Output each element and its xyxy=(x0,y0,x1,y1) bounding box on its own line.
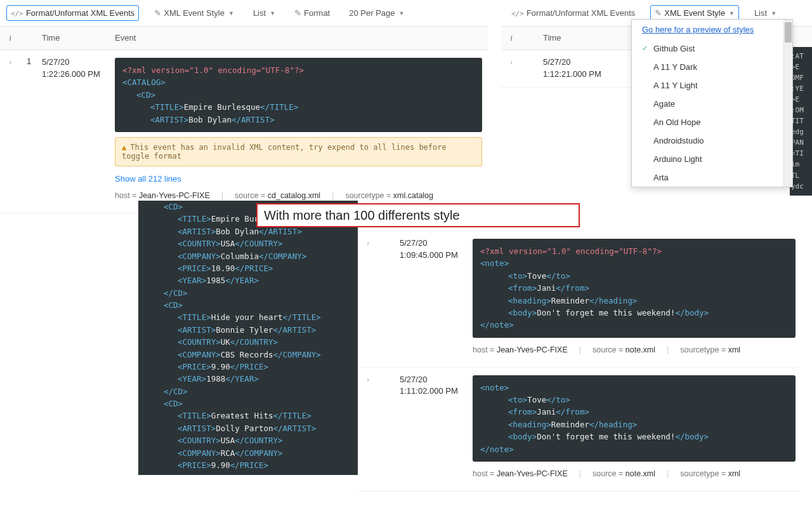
col-info: i xyxy=(501,27,521,50)
show-all-lines-link[interactable]: Show all 212 lines xyxy=(115,174,181,184)
expand-chevron-icon[interactable]: › xyxy=(367,238,369,247)
event-time: 5/27/201:09:45.000 PM xyxy=(393,231,466,268)
style-option[interactable]: A 11 Y Dark xyxy=(632,58,792,76)
col-time: Time xyxy=(36,27,108,50)
caret-down-icon: ▼ xyxy=(729,10,735,17)
expand-chevron-icon[interactable]: › xyxy=(9,57,11,66)
caret-down-icon: ▼ xyxy=(399,10,405,17)
pencil-icon xyxy=(655,8,662,18)
toolbar-left: Format/Unformat XML Events XML Event Sty… xyxy=(0,0,488,27)
style-dropdown: Go here for a preview of styles ✓Github … xyxy=(631,19,793,187)
expand-chevron-icon[interactable]: › xyxy=(510,57,513,66)
event-time: 5/27/201:11:02.000 PM xyxy=(393,368,466,404)
per-page-button[interactable]: 20 Per Page ▼ xyxy=(345,6,408,20)
xml-code-block: <note><to>Tove</to><from>Jani</from><hea… xyxy=(473,375,796,462)
event-metadata: host = Jean-Yves-PC-FIXE|source = note.x… xyxy=(473,343,796,361)
scrollbar[interactable] xyxy=(783,20,792,187)
warning-banner: ▲This event has an invalid XML content, … xyxy=(115,137,482,166)
caret-down-icon: ▼ xyxy=(228,10,234,17)
code-icon xyxy=(511,8,524,18)
event-row: ›5/27/201:11:02.000 PM<note><to>Tove</to… xyxy=(358,368,802,491)
format-unformat-button[interactable]: Format/Unformat XML Events xyxy=(508,6,639,20)
style-option[interactable]: An Old Hope xyxy=(632,113,792,131)
style-option[interactable]: Androidstudio xyxy=(632,131,792,150)
format-button[interactable]: Format xyxy=(291,6,334,20)
format-unformat-button[interactable]: Format/Unformat XML Events xyxy=(6,5,139,21)
event-row: ›5/27/201:09:45.000 PM<?xml version="1.0… xyxy=(358,231,802,368)
xml-code-block: <?xml version="1.0" encoding="UTF-8"?><C… xyxy=(115,58,482,132)
list-button[interactable]: List ▼ xyxy=(249,6,279,20)
caret-down-icon: ▼ xyxy=(771,10,776,17)
preview-styles-link[interactable]: Go here for a preview of styles xyxy=(642,25,754,34)
annotation-callout: With more than 100 differents style xyxy=(256,203,580,227)
style-option[interactable]: A 11 Y Light xyxy=(632,76,792,95)
event-row: › 1 5/27/201:22:26.000 PM <?xml version=… xyxy=(0,50,488,213)
list-button[interactable]: List ▼ xyxy=(750,6,780,20)
pencil-icon xyxy=(154,8,161,18)
style-option[interactable]: Arta xyxy=(632,168,792,187)
truncated-code-hint: :AT>EOMF:YE>E:OMTITedgPAN<TIimTLydc xyxy=(790,47,812,196)
table-header: i Time Event xyxy=(0,27,488,50)
event-time: 5/27/201:12:21.000 PM xyxy=(537,50,610,87)
style-option[interactable]: Agate xyxy=(632,95,792,113)
xml-code-expanded: <CD><TITLE>Empire Burles<ARTIST>Bob Dyla… xyxy=(138,201,358,475)
event-metadata: host = Jean-Yves-PC-FIXE|source = note.x… xyxy=(473,467,796,485)
style-option[interactable]: Arduino Light xyxy=(632,150,792,168)
code-icon xyxy=(11,8,23,18)
row-number: 1 xyxy=(20,50,36,72)
caret-down-icon: ▼ xyxy=(270,10,275,17)
expand-chevron-icon[interactable]: › xyxy=(367,375,369,384)
col-info: i xyxy=(0,27,20,50)
warning-icon: ▲ xyxy=(122,143,126,152)
col-event: Event xyxy=(108,27,488,50)
pencil-icon xyxy=(294,8,301,18)
col-time: Time xyxy=(537,27,610,50)
style-option[interactable]: ✓Github Gist xyxy=(632,39,792,58)
event-time: 5/27/201:22:26.000 PM xyxy=(36,50,108,87)
xml-code-block: <?xml version="1.0" encoding="UTF-8"?><n… xyxy=(473,239,796,338)
xml-event-style-button[interactable]: XML Event Style ▼ xyxy=(150,6,238,20)
